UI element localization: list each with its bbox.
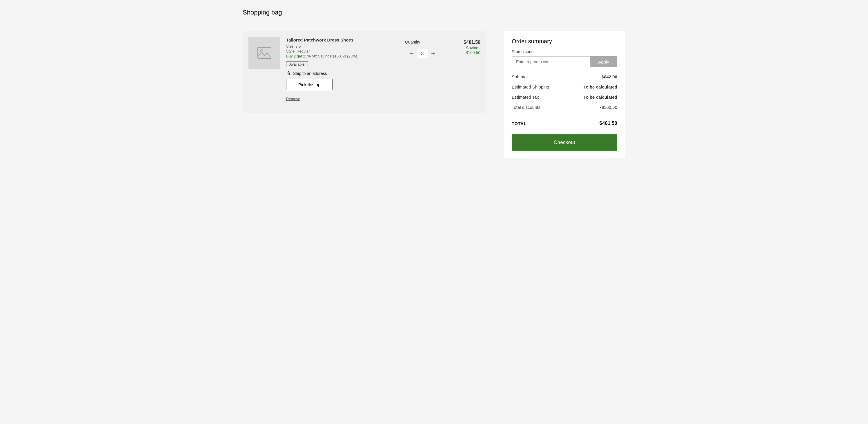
- discounts-line: Total discounts -$160.50: [512, 105, 617, 110]
- quantity-label: Quantity: [405, 40, 420, 45]
- order-summary-section: Order summary Promo code Apply Subtotal …: [503, 31, 625, 158]
- apply-button[interactable]: Apply: [590, 56, 617, 67]
- shipping-icon: 🗑: [286, 71, 291, 76]
- image-placeholder-icon: [257, 46, 272, 60]
- quantity-controls: − 3 +: [407, 49, 438, 59]
- product-details: Tailored Patchwork Dress Shoes Size: 7.5…: [286, 37, 399, 101]
- checkout-button[interactable]: Checkout: [512, 134, 617, 151]
- total-line: TOTAL $481.50: [512, 120, 617, 126]
- savings-label: Savings: [445, 46, 480, 50]
- savings-amount: $160.50: [445, 50, 480, 55]
- quantity-increase-button[interactable]: +: [428, 49, 438, 59]
- product-promo: Buy 2 get 25% off: Savings $160.50 (25%): [286, 54, 399, 58]
- svg-rect-0: [258, 47, 271, 58]
- tax-line: Estimated Tax To be calculated: [512, 94, 617, 100]
- tax-label: Estimated Tax: [512, 94, 539, 100]
- promo-input[interactable]: [512, 56, 590, 67]
- pick-up-button[interactable]: Pick this up: [286, 79, 333, 90]
- total-label: TOTAL: [512, 121, 526, 126]
- quantity-decrease-button[interactable]: −: [407, 49, 416, 59]
- promo-label: Promo code: [512, 49, 617, 54]
- product-style: Style: Regular: [286, 49, 399, 53]
- availability-badge: Available: [286, 61, 308, 67]
- total-value: $481.50: [599, 120, 617, 126]
- shipping-row: 🗑 Ship to an address: [286, 71, 399, 76]
- shipping-line: Estimated Shipping To be calculated: [512, 84, 617, 89]
- price-section: $481.50 Savings $160.50: [445, 37, 480, 101]
- cart-section: Tailored Patchwork Dress Shoes Size: 7.5…: [243, 31, 486, 113]
- tax-value: To be calculated: [584, 94, 617, 100]
- svg-point-1: [260, 50, 263, 52]
- subtotal-line: Subtotal $642.00: [512, 74, 617, 79]
- shipping-value: To be calculated: [584, 84, 617, 89]
- discounts-value: -$160.50: [600, 105, 617, 110]
- discounts-label: Total discounts: [512, 105, 540, 110]
- promo-row: Apply: [512, 56, 617, 67]
- page-divider: [243, 22, 625, 22]
- quantity-value: 3: [416, 49, 428, 58]
- subtotal-value: $642.00: [601, 74, 617, 79]
- product-price: $481.50: [445, 40, 480, 45]
- product-name: Tailored Patchwork Dress Shoes: [286, 37, 399, 43]
- shipping-option-label: Ship to an address: [293, 71, 327, 76]
- cart-item: Tailored Patchwork Dress Shoes Size: 7.5…: [248, 37, 480, 107]
- main-layout: Tailored Patchwork Dress Shoes Size: 7.5…: [243, 31, 625, 158]
- subtotal-label: Subtotal: [512, 74, 528, 79]
- shipping-label: Estimated Shipping: [512, 84, 549, 89]
- product-image: [248, 37, 280, 69]
- remove-button[interactable]: Remove: [286, 97, 300, 101]
- order-summary-title: Order summary: [512, 38, 617, 45]
- page-title: Shopping bag: [243, 9, 625, 16]
- quantity-section: Quantity − 3 +: [405, 37, 440, 101]
- product-size: Size: 7.5: [286, 44, 399, 49]
- summary-divider: [512, 115, 617, 115]
